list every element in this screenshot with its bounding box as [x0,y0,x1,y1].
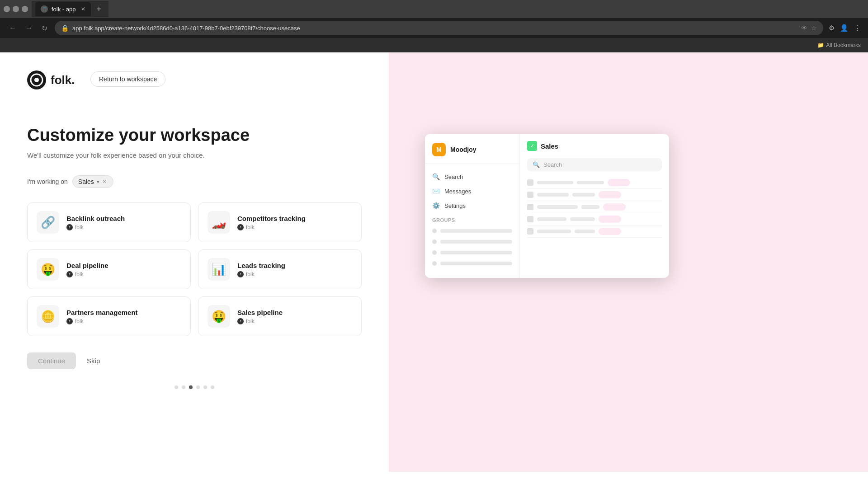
folk-logo: folk. [27,70,75,89]
address-bar: ← → ↻ 🔒 app.folk.app/create-network/4d25… [0,18,868,38]
row-tag-1 [608,179,630,186]
tab-close-button[interactable]: ✕ [81,6,85,12]
bookmark-folder-icon: 📁 [817,42,824,48]
active-tab[interactable]: 🎵 folk - app ✕ [35,2,91,16]
pagination-dots [27,385,362,389]
cards-grid: 🔗 Backlink outreach f folk 🏎️ Competitor… [27,202,362,336]
all-bookmarks-link[interactable]: 📁 All Bookmarks [817,42,861,48]
page-title: Customize your workspace [27,126,362,145]
crm-group-3 [425,247,519,258]
crm-nav-settings[interactable]: ⚙️ Settings [425,198,519,213]
card-deal-emoji: 🤑 [37,258,59,281]
url-text: app.folk.app/create-network/4d2586d0-a13… [72,25,797,32]
working-on-label: I'm working on [27,178,68,185]
skip-button[interactable]: Skip [87,357,100,365]
row-checkbox-5 [527,228,533,235]
card-partners-source: f folk [66,318,181,324]
row-tag-4 [599,216,621,223]
menu-icon[interactable]: ⋮ [854,24,861,32]
card-sales-info: Sales pipeline f folk [237,309,352,324]
settings-icon: ⚙️ [432,202,440,209]
sales-chip[interactable]: Sales ▾ ✕ [72,175,113,188]
card-sales-source-label: folk [246,318,255,324]
pagination-dot-2[interactable] [182,385,185,389]
new-tab-button[interactable]: + [93,5,105,14]
continue-button[interactable]: Continue [27,352,76,369]
row-checkbox-3 [527,204,533,210]
group-dot-1 [432,229,437,233]
sales-check-icon: ✓ [527,141,537,151]
card-competitors-source: f folk [237,224,352,230]
bottom-actions: Continue Skip [27,352,362,369]
card-leads-tracking[interactable]: 📊 Leads tracking f folk [198,249,362,289]
pagination-dot-5[interactable] [203,385,207,389]
folk-logo-icon [27,70,46,89]
pagination-dot-3[interactable] [189,385,193,389]
group-bar-4 [440,262,512,265]
sales-chip-label: Sales [78,178,94,185]
crm-main-header: ✓ Sales [527,141,662,151]
crm-search-icon: 🔍 [533,161,540,168]
card-deal-info: Deal pipeline f folk [66,262,181,277]
row-bar-3b [581,205,599,209]
row-tag-2 [599,191,621,198]
card-competitors-tracking[interactable]: 🏎️ Competitors tracking f folk [198,202,362,242]
crm-data-row-5 [527,225,662,238]
card-backlink-source-label: folk [75,224,84,230]
close-button[interactable] [22,6,28,12]
card-deal-source-label: folk [75,271,84,277]
card-competitors-emoji: 🏎️ [208,211,230,234]
row-checkbox-1 [527,179,533,186]
tab-title: folk - app [52,6,75,13]
crm-data-row-4 [527,213,662,225]
eye-slash-icon: 👁 [801,24,807,32]
crm-nav-settings-label: Settings [444,202,466,209]
card-sales-pipeline[interactable]: 🤑 Sales pipeline f folk [198,296,362,336]
card-backlink-info: Backlink outreach f folk [66,215,181,230]
pagination-dot-6[interactable] [211,385,214,389]
crm-search-bar[interactable]: 🔍 Search [527,158,662,171]
folk-source-dot-5: f [66,318,73,324]
page-subtitle: We'll customize your folk experience bas… [27,151,362,159]
card-sales-emoji: 🤑 [208,305,230,328]
forward-button[interactable]: → [24,22,34,34]
crm-search-placeholder: Search [543,161,562,168]
card-partners-management[interactable]: 🪙 Partners management f folk [27,296,191,336]
card-leads-source: f folk [237,271,352,277]
card-backlink-outreach[interactable]: 🔗 Backlink outreach f folk [27,202,191,242]
row-bar-1 [537,181,573,184]
crm-nav-search[interactable]: 🔍 Search [425,169,519,184]
row-bar-4 [537,217,566,221]
url-bar[interactable]: 🔒 app.folk.app/create-network/4d2586d0-a… [55,21,823,35]
row-tag-3 [603,203,626,211]
return-to-workspace-button[interactable]: Return to workspace [90,71,165,87]
pagination-dot-4[interactable] [196,385,200,389]
profile-icon[interactable]: 👤 [840,24,849,32]
back-button[interactable]: ← [7,22,18,34]
card-deal-pipeline[interactable]: 🤑 Deal pipeline f folk [27,249,191,289]
workspace-name: Moodjoy [450,146,476,153]
row-tag-5 [599,228,621,235]
refresh-button[interactable]: ↻ [40,22,49,34]
messages-icon: ✉️ [432,188,440,195]
crm-nav-messages[interactable]: ✉️ Messages [425,184,519,198]
crm-main-title: Sales [541,142,558,150]
maximize-button[interactable] [13,6,19,12]
crm-group-4 [425,258,519,269]
row-bar-4b [570,217,595,221]
window-controls [4,6,28,12]
chevron-down-icon: ▾ [97,179,99,185]
crm-nav-messages-label: Messages [444,188,471,195]
minimize-button[interactable] [4,6,10,12]
working-on-section: I'm working on Sales ▾ ✕ [27,175,362,188]
crm-data-row-2 [527,189,662,201]
card-deal-source: f folk [66,271,181,277]
toolbar-icons: ⚙ 👤 ⋮ [829,24,861,32]
folk-source-dot-3: f [66,271,73,277]
pagination-dot-1[interactable] [175,385,178,389]
card-partners-emoji: 🪙 [37,305,59,328]
card-competitors-source-label: folk [246,224,255,230]
extensions-icon[interactable]: ⚙ [829,24,835,32]
row-bar-5b [575,230,595,233]
search-icon: 🔍 [432,173,440,180]
